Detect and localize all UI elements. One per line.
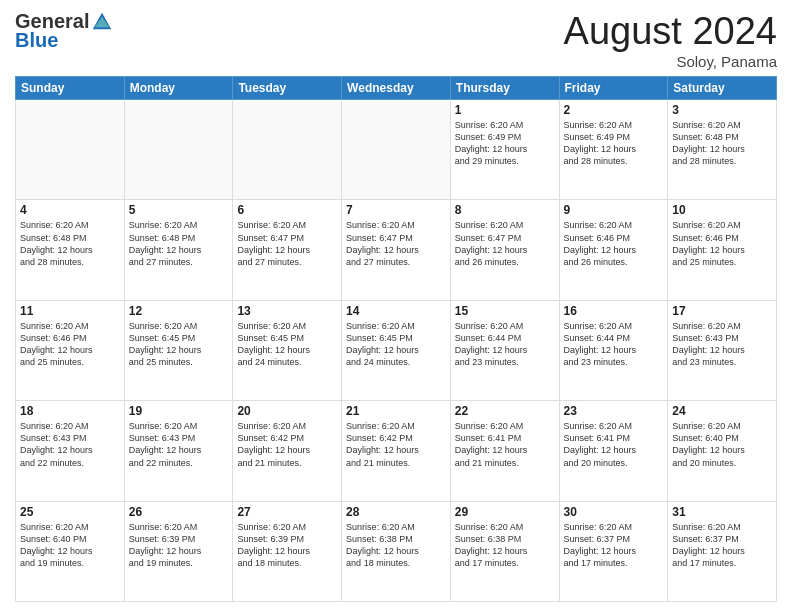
logo-blue: Blue — [15, 29, 58, 52]
day-info: Sunrise: 6:20 AM Sunset: 6:41 PM Dayligh… — [564, 420, 664, 469]
calendar-cell: 24Sunrise: 6:20 AM Sunset: 6:40 PM Dayli… — [668, 401, 777, 501]
day-info: Sunrise: 6:20 AM Sunset: 6:45 PM Dayligh… — [346, 320, 446, 369]
calendar-cell: 25Sunrise: 6:20 AM Sunset: 6:40 PM Dayli… — [16, 501, 125, 601]
day-number: 27 — [237, 505, 337, 519]
day-number: 28 — [346, 505, 446, 519]
calendar-cell: 1Sunrise: 6:20 AM Sunset: 6:49 PM Daylig… — [450, 100, 559, 200]
calendar-week-row: 25Sunrise: 6:20 AM Sunset: 6:40 PM Dayli… — [16, 501, 777, 601]
logo: General Blue — [15, 10, 113, 52]
day-number: 8 — [455, 203, 555, 217]
day-info: Sunrise: 6:20 AM Sunset: 6:42 PM Dayligh… — [346, 420, 446, 469]
day-number: 20 — [237, 404, 337, 418]
day-info: Sunrise: 6:20 AM Sunset: 6:39 PM Dayligh… — [237, 521, 337, 570]
day-number: 9 — [564, 203, 664, 217]
calendar-cell: 10Sunrise: 6:20 AM Sunset: 6:46 PM Dayli… — [668, 200, 777, 300]
calendar-cell: 5Sunrise: 6:20 AM Sunset: 6:48 PM Daylig… — [124, 200, 233, 300]
location: Soloy, Panama — [564, 53, 777, 70]
weekday-header: Sunday — [16, 77, 125, 100]
day-info: Sunrise: 6:20 AM Sunset: 6:44 PM Dayligh… — [455, 320, 555, 369]
calendar-cell: 16Sunrise: 6:20 AM Sunset: 6:44 PM Dayli… — [559, 300, 668, 400]
calendar-cell: 22Sunrise: 6:20 AM Sunset: 6:41 PM Dayli… — [450, 401, 559, 501]
calendar-cell: 19Sunrise: 6:20 AM Sunset: 6:43 PM Dayli… — [124, 401, 233, 501]
day-info: Sunrise: 6:20 AM Sunset: 6:43 PM Dayligh… — [20, 420, 120, 469]
header: General Blue August 2024 Soloy, Panama — [15, 10, 777, 70]
calendar-cell: 6Sunrise: 6:20 AM Sunset: 6:47 PM Daylig… — [233, 200, 342, 300]
calendar-cell: 29Sunrise: 6:20 AM Sunset: 6:38 PM Dayli… — [450, 501, 559, 601]
calendar-cell: 9Sunrise: 6:20 AM Sunset: 6:46 PM Daylig… — [559, 200, 668, 300]
day-number: 31 — [672, 505, 772, 519]
svg-marker-1 — [95, 16, 110, 27]
weekday-header: Thursday — [450, 77, 559, 100]
day-info: Sunrise: 6:20 AM Sunset: 6:48 PM Dayligh… — [672, 119, 772, 168]
calendar-cell: 14Sunrise: 6:20 AM Sunset: 6:45 PM Dayli… — [342, 300, 451, 400]
calendar-cell: 21Sunrise: 6:20 AM Sunset: 6:42 PM Dayli… — [342, 401, 451, 501]
day-info: Sunrise: 6:20 AM Sunset: 6:40 PM Dayligh… — [20, 521, 120, 570]
calendar-cell: 8Sunrise: 6:20 AM Sunset: 6:47 PM Daylig… — [450, 200, 559, 300]
day-info: Sunrise: 6:20 AM Sunset: 6:48 PM Dayligh… — [20, 219, 120, 268]
day-number: 14 — [346, 304, 446, 318]
calendar-cell: 12Sunrise: 6:20 AM Sunset: 6:45 PM Dayli… — [124, 300, 233, 400]
calendar-cell: 2Sunrise: 6:20 AM Sunset: 6:49 PM Daylig… — [559, 100, 668, 200]
day-info: Sunrise: 6:20 AM Sunset: 6:45 PM Dayligh… — [129, 320, 229, 369]
day-info: Sunrise: 6:20 AM Sunset: 6:39 PM Dayligh… — [129, 521, 229, 570]
page: General Blue August 2024 Soloy, Panama S… — [0, 0, 792, 612]
day-info: Sunrise: 6:20 AM Sunset: 6:43 PM Dayligh… — [129, 420, 229, 469]
day-info: Sunrise: 6:20 AM Sunset: 6:49 PM Dayligh… — [455, 119, 555, 168]
weekday-header: Friday — [559, 77, 668, 100]
calendar-cell: 15Sunrise: 6:20 AM Sunset: 6:44 PM Dayli… — [450, 300, 559, 400]
day-number: 1 — [455, 103, 555, 117]
calendar-cell: 20Sunrise: 6:20 AM Sunset: 6:42 PM Dayli… — [233, 401, 342, 501]
calendar-cell — [16, 100, 125, 200]
day-info: Sunrise: 6:20 AM Sunset: 6:49 PM Dayligh… — [564, 119, 664, 168]
day-info: Sunrise: 6:20 AM Sunset: 6:45 PM Dayligh… — [237, 320, 337, 369]
weekday-header: Tuesday — [233, 77, 342, 100]
day-info: Sunrise: 6:20 AM Sunset: 6:47 PM Dayligh… — [346, 219, 446, 268]
weekday-header: Monday — [124, 77, 233, 100]
calendar-cell: 3Sunrise: 6:20 AM Sunset: 6:48 PM Daylig… — [668, 100, 777, 200]
day-info: Sunrise: 6:20 AM Sunset: 6:48 PM Dayligh… — [129, 219, 229, 268]
calendar-cell — [124, 100, 233, 200]
weekday-header-row: SundayMondayTuesdayWednesdayThursdayFrid… — [16, 77, 777, 100]
weekday-header: Saturday — [668, 77, 777, 100]
day-info: Sunrise: 6:20 AM Sunset: 6:37 PM Dayligh… — [564, 521, 664, 570]
calendar-cell: 13Sunrise: 6:20 AM Sunset: 6:45 PM Dayli… — [233, 300, 342, 400]
day-info: Sunrise: 6:20 AM Sunset: 6:46 PM Dayligh… — [564, 219, 664, 268]
day-info: Sunrise: 6:20 AM Sunset: 6:44 PM Dayligh… — [564, 320, 664, 369]
day-info: Sunrise: 6:20 AM Sunset: 6:46 PM Dayligh… — [20, 320, 120, 369]
day-info: Sunrise: 6:20 AM Sunset: 6:43 PM Dayligh… — [672, 320, 772, 369]
calendar-cell: 26Sunrise: 6:20 AM Sunset: 6:39 PM Dayli… — [124, 501, 233, 601]
calendar-cell — [233, 100, 342, 200]
calendar-cell: 4Sunrise: 6:20 AM Sunset: 6:48 PM Daylig… — [16, 200, 125, 300]
day-number: 4 — [20, 203, 120, 217]
day-number: 26 — [129, 505, 229, 519]
day-number: 17 — [672, 304, 772, 318]
day-number: 10 — [672, 203, 772, 217]
day-number: 12 — [129, 304, 229, 318]
calendar-week-row: 18Sunrise: 6:20 AM Sunset: 6:43 PM Dayli… — [16, 401, 777, 501]
title-block: August 2024 Soloy, Panama — [564, 10, 777, 70]
calendar-cell: 17Sunrise: 6:20 AM Sunset: 6:43 PM Dayli… — [668, 300, 777, 400]
calendar-cell: 27Sunrise: 6:20 AM Sunset: 6:39 PM Dayli… — [233, 501, 342, 601]
day-number: 30 — [564, 505, 664, 519]
calendar-cell — [342, 100, 451, 200]
calendar-cell: 7Sunrise: 6:20 AM Sunset: 6:47 PM Daylig… — [342, 200, 451, 300]
day-number: 16 — [564, 304, 664, 318]
day-info: Sunrise: 6:20 AM Sunset: 6:47 PM Dayligh… — [237, 219, 337, 268]
day-number: 18 — [20, 404, 120, 418]
day-info: Sunrise: 6:20 AM Sunset: 6:41 PM Dayligh… — [455, 420, 555, 469]
day-number: 11 — [20, 304, 120, 318]
calendar-cell: 11Sunrise: 6:20 AM Sunset: 6:46 PM Dayli… — [16, 300, 125, 400]
day-number: 19 — [129, 404, 229, 418]
day-number: 6 — [237, 203, 337, 217]
calendar-cell: 23Sunrise: 6:20 AM Sunset: 6:41 PM Dayli… — [559, 401, 668, 501]
weekday-header: Wednesday — [342, 77, 451, 100]
day-info: Sunrise: 6:20 AM Sunset: 6:38 PM Dayligh… — [455, 521, 555, 570]
day-number: 7 — [346, 203, 446, 217]
day-number: 2 — [564, 103, 664, 117]
logo-icon — [91, 11, 113, 33]
day-info: Sunrise: 6:20 AM Sunset: 6:47 PM Dayligh… — [455, 219, 555, 268]
month-title: August 2024 — [564, 10, 777, 53]
day-info: Sunrise: 6:20 AM Sunset: 6:40 PM Dayligh… — [672, 420, 772, 469]
calendar-cell: 28Sunrise: 6:20 AM Sunset: 6:38 PM Dayli… — [342, 501, 451, 601]
day-number: 23 — [564, 404, 664, 418]
